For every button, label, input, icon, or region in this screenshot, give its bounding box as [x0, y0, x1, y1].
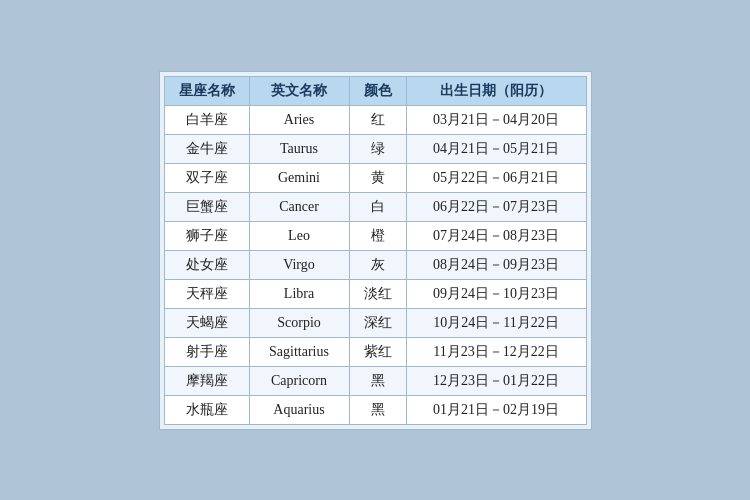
cell-color: 灰: [349, 250, 406, 279]
cell-zh: 处女座: [164, 250, 249, 279]
cell-en: Scorpio: [249, 308, 349, 337]
cell-zh: 摩羯座: [164, 366, 249, 395]
cell-color: 紫红: [349, 337, 406, 366]
cell-color: 红: [349, 105, 406, 134]
cell-zh: 巨蟹座: [164, 192, 249, 221]
cell-date: 12月23日－01月22日: [406, 366, 586, 395]
table-row: 双子座Gemini黄05月22日－06月21日: [164, 163, 586, 192]
cell-en: Libra: [249, 279, 349, 308]
table-row: 狮子座Leo橙07月24日－08月23日: [164, 221, 586, 250]
cell-color: 橙: [349, 221, 406, 250]
cell-en: Taurus: [249, 134, 349, 163]
cell-date: 01月21日－02月19日: [406, 395, 586, 424]
table-row: 天蝎座Scorpio深红10月24日－11月22日: [164, 308, 586, 337]
cell-color: 白: [349, 192, 406, 221]
cell-zh: 狮子座: [164, 221, 249, 250]
cell-en: Sagittarius: [249, 337, 349, 366]
table-row: 白羊座Aries红03月21日－04月20日: [164, 105, 586, 134]
header-date: 出生日期（阳历）: [406, 76, 586, 105]
cell-en: Capricorn: [249, 366, 349, 395]
header-en: 英文名称: [249, 76, 349, 105]
cell-zh: 双子座: [164, 163, 249, 192]
cell-zh: 白羊座: [164, 105, 249, 134]
header-color: 颜色: [349, 76, 406, 105]
cell-date: 05月22日－06月21日: [406, 163, 586, 192]
cell-zh: 天蝎座: [164, 308, 249, 337]
table-row: 摩羯座Capricorn黑12月23日－01月22日: [164, 366, 586, 395]
cell-date: 07月24日－08月23日: [406, 221, 586, 250]
zodiac-table: 星座名称 英文名称 颜色 出生日期（阳历） 白羊座Aries红03月21日－04…: [164, 76, 587, 425]
cell-zh: 射手座: [164, 337, 249, 366]
table-row: 金牛座Taurus绿04月21日－05月21日: [164, 134, 586, 163]
table-row: 射手座Sagittarius紫红11月23日－12月22日: [164, 337, 586, 366]
cell-zh: 水瓶座: [164, 395, 249, 424]
zodiac-table-container: 星座名称 英文名称 颜色 出生日期（阳历） 白羊座Aries红03月21日－04…: [159, 71, 592, 430]
cell-date: 06月22日－07月23日: [406, 192, 586, 221]
cell-date: 04月21日－05月21日: [406, 134, 586, 163]
cell-date: 08月24日－09月23日: [406, 250, 586, 279]
cell-date: 11月23日－12月22日: [406, 337, 586, 366]
cell-en: Leo: [249, 221, 349, 250]
cell-color: 深红: [349, 308, 406, 337]
cell-en: Gemini: [249, 163, 349, 192]
cell-en: Aquarius: [249, 395, 349, 424]
cell-date: 09月24日－10月23日: [406, 279, 586, 308]
cell-en: Aries: [249, 105, 349, 134]
table-row: 水瓶座Aquarius黑01月21日－02月19日: [164, 395, 586, 424]
table-row: 巨蟹座Cancer白06月22日－07月23日: [164, 192, 586, 221]
cell-zh: 天秤座: [164, 279, 249, 308]
cell-color: 绿: [349, 134, 406, 163]
cell-color: 淡红: [349, 279, 406, 308]
cell-en: Cancer: [249, 192, 349, 221]
cell-color: 黑: [349, 366, 406, 395]
table-row: 天秤座Libra淡红09月24日－10月23日: [164, 279, 586, 308]
table-header-row: 星座名称 英文名称 颜色 出生日期（阳历）: [164, 76, 586, 105]
cell-date: 10月24日－11月22日: [406, 308, 586, 337]
cell-zh: 金牛座: [164, 134, 249, 163]
cell-date: 03月21日－04月20日: [406, 105, 586, 134]
header-zh: 星座名称: [164, 76, 249, 105]
table-row: 处女座Virgo灰08月24日－09月23日: [164, 250, 586, 279]
cell-en: Virgo: [249, 250, 349, 279]
cell-color: 黑: [349, 395, 406, 424]
cell-color: 黄: [349, 163, 406, 192]
